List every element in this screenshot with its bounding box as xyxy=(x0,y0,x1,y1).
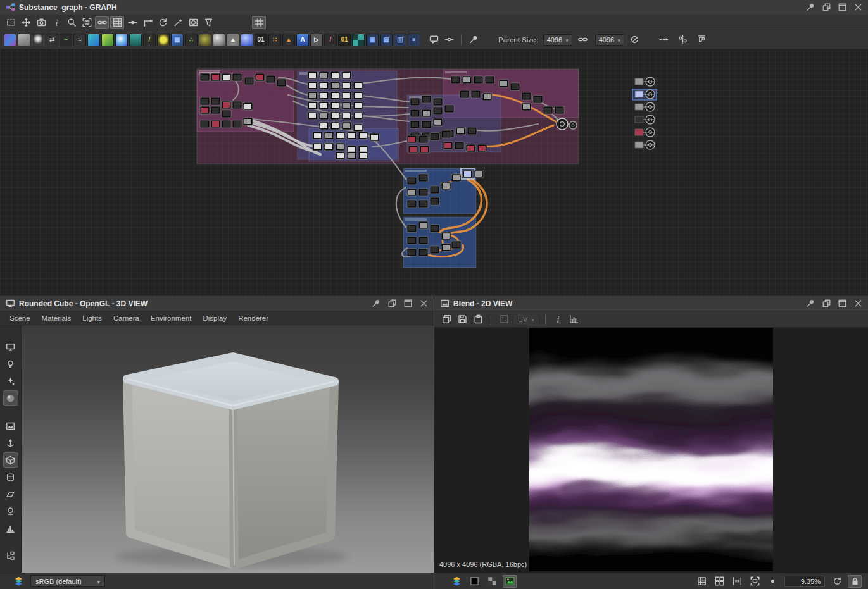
connector-dot-icon[interactable] xyxy=(125,16,139,29)
graph-node[interactable] xyxy=(211,97,220,105)
rotate-view-icon[interactable] xyxy=(156,16,170,29)
graph-node[interactable] xyxy=(555,106,564,114)
node-mirror-icon[interactable]: ◫ xyxy=(394,34,406,46)
menu-renderer[interactable]: Renderer xyxy=(232,314,274,322)
graph-node[interactable] xyxy=(430,225,439,232)
node-gradient-map-icon[interactable] xyxy=(115,34,128,46)
graph-node[interactable] xyxy=(232,101,242,109)
node-shape-icon[interactable] xyxy=(157,34,170,46)
view2d-canvas[interactable]: 4096 x 4096 (RGBA, 16bpc) xyxy=(434,328,868,573)
link-size-icon[interactable] xyxy=(576,34,590,46)
close-icon[interactable] xyxy=(418,299,429,309)
graph-node[interactable] xyxy=(336,143,345,151)
graph-node[interactable] xyxy=(222,110,231,118)
menu-display[interactable]: Display xyxy=(197,314,232,322)
node-text-icon[interactable]: A xyxy=(296,34,309,46)
graph-node[interactable] xyxy=(408,146,418,153)
graph-node[interactable] xyxy=(319,112,329,120)
pin-icon[interactable] xyxy=(805,3,815,13)
statistics-icon[interactable] xyxy=(3,521,18,536)
parent-size-width-select[interactable]: 4096 xyxy=(543,34,572,46)
zoom-value[interactable]: 9.35% xyxy=(784,576,825,587)
graph-node[interactable] xyxy=(232,120,242,128)
fit-view-icon[interactable] xyxy=(748,575,762,588)
graph-node[interactable] xyxy=(324,132,334,139)
graph-node[interactable] xyxy=(330,122,340,130)
align-nodes-icon[interactable] xyxy=(695,34,709,46)
graph-node[interactable] xyxy=(407,225,417,232)
histogram-icon[interactable] xyxy=(567,313,581,326)
graph-node[interactable] xyxy=(443,142,453,149)
graph-node[interactable] xyxy=(330,102,340,109)
graph-node[interactable] xyxy=(319,82,329,89)
graph-node[interactable] xyxy=(543,106,553,114)
close-icon[interactable] xyxy=(853,3,863,13)
node-distance-icon[interactable] xyxy=(87,34,100,46)
background-color-icon[interactable] xyxy=(467,575,481,588)
connector-elbow-icon[interactable] xyxy=(141,16,154,29)
graph-node[interactable] xyxy=(522,92,531,100)
graph-node[interactable] xyxy=(308,82,317,89)
graph-node[interactable] xyxy=(330,82,340,89)
node-pixel-processor-icon[interactable]: 01 xyxy=(338,34,351,46)
graph-frame[interactable] xyxy=(407,95,501,152)
snap-grid-icon[interactable] xyxy=(252,16,266,29)
node-anisotropic-noise-icon[interactable]: ∷ xyxy=(268,34,281,46)
graph-node[interactable] xyxy=(319,102,329,109)
graph-node[interactable] xyxy=(308,102,317,109)
graph-node[interactable] xyxy=(277,79,286,87)
node-grunge-icon[interactable] xyxy=(199,34,211,46)
graph-node[interactable] xyxy=(482,93,492,101)
node-uniform-color-icon[interactable] xyxy=(4,34,16,46)
default-parameters-icon[interactable] xyxy=(657,34,671,46)
node-tile-generator-icon[interactable]: ▦ xyxy=(171,34,184,46)
node-value-icon[interactable]: 01 xyxy=(255,34,267,46)
node-splatter-icon[interactable]: ∴ xyxy=(185,34,198,46)
save-image-icon[interactable] xyxy=(455,313,469,326)
texture-preview[interactable] xyxy=(529,328,773,571)
graph-node[interactable] xyxy=(255,73,265,81)
graph-node[interactable] xyxy=(460,90,469,98)
graph-node[interactable] xyxy=(430,186,439,194)
graph-output[interactable] xyxy=(635,77,655,86)
graph-node[interactable] xyxy=(211,73,220,81)
node-warp-icon[interactable]: / xyxy=(143,34,156,46)
graph-output[interactable] xyxy=(635,128,655,137)
node-emboss-icon[interactable] xyxy=(213,34,225,46)
graph-node[interactable] xyxy=(222,73,231,81)
graph-node[interactable] xyxy=(336,132,345,139)
graph-node[interactable] xyxy=(211,106,220,114)
graph-node[interactable] xyxy=(330,112,340,120)
graph-node[interactable] xyxy=(418,221,428,229)
graph-node[interactable] xyxy=(407,200,417,208)
node-normal-icon[interactable] xyxy=(241,34,253,46)
graph-node[interactable] xyxy=(308,92,317,99)
node-blur-icon[interactable] xyxy=(32,34,44,46)
graph-node[interactable] xyxy=(474,76,483,84)
graph-node[interactable] xyxy=(420,146,429,153)
node-svg-icon[interactable]: ▷ xyxy=(310,34,323,46)
graph-node[interactable] xyxy=(477,144,487,152)
graph-node[interactable] xyxy=(342,71,351,79)
graph-node[interactable] xyxy=(200,106,210,114)
graph-node[interactable] xyxy=(336,152,345,159)
graph-canvas[interactable] xyxy=(0,49,868,296)
copy-image-icon[interactable] xyxy=(439,313,453,326)
pin-icon[interactable] xyxy=(371,299,381,309)
node-curve-icon[interactable]: ~ xyxy=(60,34,72,46)
graph-node[interactable] xyxy=(466,144,475,152)
checker-icon[interactable] xyxy=(485,575,499,588)
viewport-3d[interactable] xyxy=(22,325,434,573)
graph-node[interactable] xyxy=(232,73,242,81)
graph-node[interactable] xyxy=(353,92,363,99)
graph-node[interactable] xyxy=(441,232,451,240)
graph-node[interactable] xyxy=(418,189,428,196)
graph-node[interactable] xyxy=(410,121,420,128)
shape-cube-icon[interactable] xyxy=(3,452,18,468)
image-preview-icon[interactable] xyxy=(503,575,517,588)
camera-view-icon[interactable] xyxy=(3,339,18,354)
graph-node[interactable] xyxy=(353,102,363,109)
fit-width-icon[interactable] xyxy=(730,575,744,588)
lighting-icon[interactable] xyxy=(3,356,18,371)
paste-image-icon[interactable] xyxy=(471,313,485,326)
